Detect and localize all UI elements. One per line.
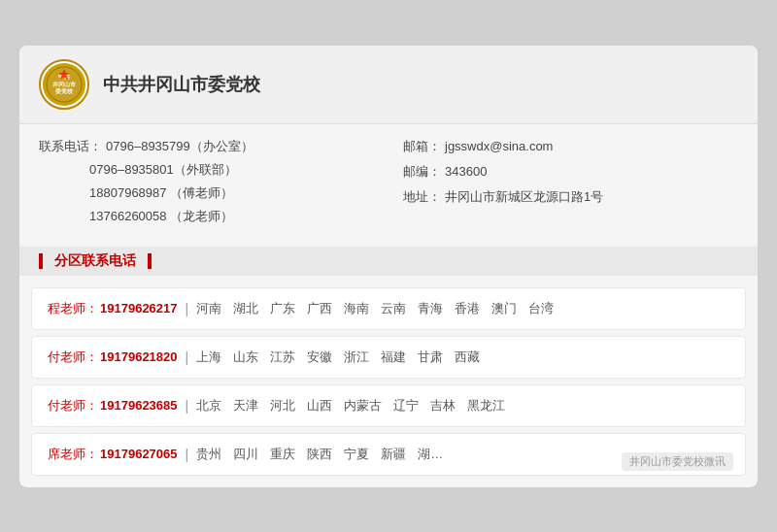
phone-value-3: 18807968987 （傅老师）: [89, 184, 233, 202]
contact-rows: 程老师： 19179626217 | 河南 湖北 广东 广西 海南 云南 青海 …: [19, 276, 758, 487]
contact-name-1: 付老师：: [48, 349, 98, 366]
contact-phone-0: 19179626217: [100, 301, 178, 316]
address-row: 地址： 井冈山市新城区龙源口路1号: [403, 188, 738, 206]
logo-inner: 中共 井冈山市 委党校: [43, 63, 85, 106]
contact-sep-3: |: [186, 447, 189, 462]
section-divider: 分区联系电话: [19, 247, 758, 276]
email-label: 邮箱：: [403, 138, 441, 155]
postcode-row: 邮编： 343600: [403, 163, 738, 181]
phone-value-4: 13766260058 （龙老师）: [89, 208, 233, 225]
phone-row-3: 18807968987 （傅老师）: [39, 184, 374, 202]
address-value: 井冈山市新城区龙源口路1号: [445, 188, 603, 206]
contact-phone-2: 19179623685: [100, 398, 178, 413]
contact-sep-0: |: [186, 301, 189, 316]
info-right: 邮箱： jgsswdx@sina.com 邮编： 343600 地址： 井冈山市…: [403, 138, 738, 231]
phone-value-1: 0796–8935799（办公室）: [106, 138, 253, 155]
contact-row-2: 付老师： 19179623685 | 北京 天津 河北 山西 内蒙古 辽宁 吉林…: [31, 384, 746, 427]
contact-row-1: 付老师： 19179621820 | 上海 山东 江苏 安徽 浙江 福建 甘肃 …: [31, 336, 746, 379]
phone-row-2: 0796–8935801（外联部）: [39, 161, 374, 179]
section-title: 分区联系电话: [54, 252, 136, 270]
address-label: 地址：: [403, 188, 441, 206]
email-value: jgsswdx@sina.com: [445, 139, 553, 153]
main-card: 中共 井冈山市 委党校 中共井冈山市委党校 联系电话： 0796–8935799…: [19, 46, 758, 487]
postcode-value: 343600: [445, 164, 487, 179]
header: 中共 井冈山市 委党校 中共井冈山市委党校: [19, 46, 758, 124]
contact-regions-3: 贵州 四川 重庆 陕西 宁夏 新疆 湖…: [196, 446, 443, 463]
contact-row-3: 席老师： 19179627065 | 贵州 四川 重庆 陕西 宁夏 新疆 湖… …: [31, 433, 746, 476]
svg-text:井冈山市: 井冈山市: [52, 81, 76, 87]
contact-name-0: 程老师：: [48, 300, 98, 317]
contact-phone-1: 19179621820: [100, 349, 178, 364]
contact-regions-1: 上海 山东 江苏 安徽 浙江 福建 甘肃 西藏: [196, 349, 480, 366]
postcode-label: 邮编：: [403, 163, 441, 181]
org-title: 中共井冈山市委党校: [103, 73, 260, 96]
contact-name-2: 付老师：: [48, 397, 98, 415]
contact-name-3: 席老师：: [48, 446, 98, 463]
contact-regions-2: 北京 天津 河北 山西 内蒙古 辽宁 吉林 黑龙江: [196, 397, 505, 415]
info-left: 联系电话： 0796–8935799（办公室） 0796–8935801（外联部…: [39, 138, 374, 231]
logo: 中共 井冈山市 委党校: [39, 59, 89, 110]
email-row: 邮箱： jgsswdx@sina.com: [403, 138, 738, 155]
contact-row-0: 程老师： 19179626217 | 河南 湖北 广东 广西 海南 云南 青海 …: [31, 287, 746, 330]
phone-value-2: 0796–8935801（外联部）: [89, 161, 237, 179]
contact-regions-0: 河南 湖北 广东 广西 海南 云南 青海 香港 澳门 台湾: [196, 300, 554, 317]
divider-left: [39, 253, 43, 269]
info-section: 联系电话： 0796–8935799（办公室） 0796–8935801（外联部…: [19, 124, 758, 247]
contact-sep-2: |: [186, 398, 189, 414]
svg-text:委党校: 委党校: [54, 87, 74, 94]
contact-sep-1: |: [186, 349, 189, 365]
phone-row-4: 13766260058 （龙老师）: [39, 208, 374, 225]
watermark: 井冈山市委党校微讯: [622, 452, 733, 471]
phone-row-1: 联系电话： 0796–8935799（办公室）: [39, 138, 374, 155]
contact-phone-3: 19179627065: [100, 447, 178, 461]
phone-label: 联系电话：: [39, 138, 102, 155]
divider-right: [148, 253, 152, 269]
